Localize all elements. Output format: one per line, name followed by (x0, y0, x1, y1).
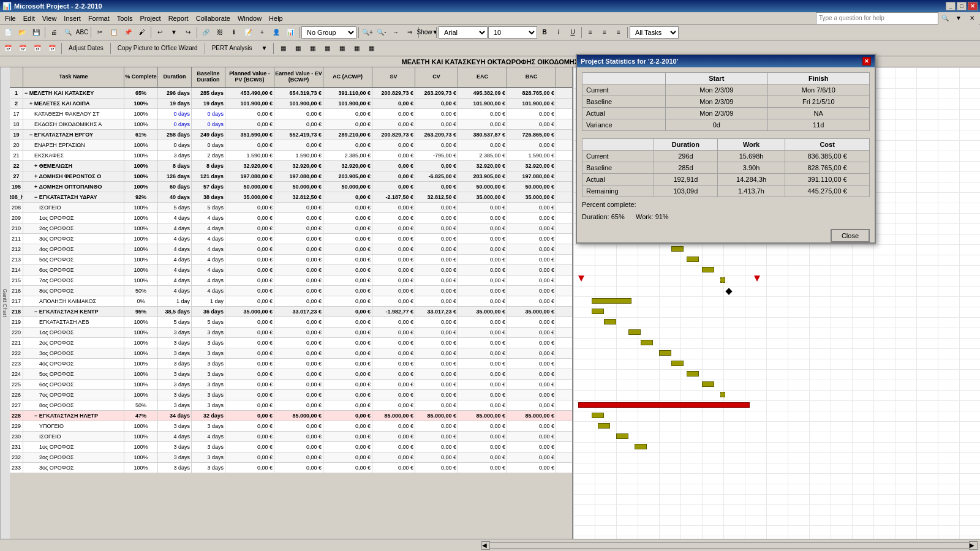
show-dropdown[interactable]: Show▼ (421, 26, 434, 39)
table-row[interactable]: 220 1ος ΟΡΟΦΟΣ 100% 3 days 3 days 0,00 €… (10, 328, 572, 338)
spell-check-button[interactable]: ABC (75, 26, 89, 39)
menu-view[interactable]: View (39, 13, 61, 23)
menu-project[interactable]: Project (136, 13, 164, 23)
menu-file[interactable]: File (1, 13, 20, 23)
tb2-grid3[interactable]: ▦ (306, 42, 319, 54)
go-to-task[interactable]: → (389, 26, 402, 39)
scrollbar-right[interactable]: ▶ (969, 541, 978, 550)
undo-button[interactable]: ↩ (153, 26, 167, 39)
table-row[interactable]: 195 + ΔΟΜΗΣΗ ΟΠΤΟΠΛΙΝΘΟ 100% 60 days 57 … (10, 182, 572, 192)
menu-window[interactable]: Window (234, 13, 265, 23)
scrollbar-left[interactable]: ◀ (481, 541, 490, 550)
pert-dropdown[interactable]: ▼ (257, 42, 271, 54)
table-row[interactable]: 219 ΕΓΚΑΤΑΣΤΑΣΗ ΛΕΒ 100% 5 days 5 days 0… (10, 317, 572, 328)
table-row[interactable]: 228 − ΕΓΚΑΤΑΣΤΑΣΗ ΗΛΕΤΡ 47% 34 days 32 d… (10, 411, 572, 421)
tb2-grid4[interactable]: ▦ (320, 42, 334, 54)
table-row[interactable]: 212 4ος ΟΡΟΦΟΣ 100% 4 days 4 days 0,00 €… (10, 244, 572, 255)
table-row[interactable]: 21 ΕΚΣΚΑΦΕΣ 100% 3 days 2 days 1.590,00 … (10, 151, 572, 161)
toolbar-close[interactable]: ✕ (965, 12, 979, 24)
new-button[interactable]: 📄 (1, 26, 15, 39)
table-row[interactable]: 208 ΙΣΟΓΕΙΟ 100% 5 days 5 days 0,00 € 0,… (10, 203, 572, 213)
table-row[interactable]: 223 4ος ΟΡΟΦΟΣ 100% 3 days 3 days 0,00 €… (10, 359, 572, 369)
all-tasks-dropdown[interactable]: All Tasks (630, 26, 679, 39)
table-row[interactable]: 210 2ος ΟΡΟΦΟΣ 100% 4 days 4 days 0,00 €… (10, 223, 572, 234)
table-row[interactable]: 2 + ΜΕΛΕΤΕΣ ΚΑΙ ΛΟΙΠΑ 100% 19 days 19 da… (10, 99, 572, 109)
table-row[interactable]: 232 2ος ΟΡΟΦΟΣ 100% 3 days 3 days 0,00 €… (10, 452, 572, 463)
table-row[interactable]: 224 5ος ΟΡΟΦΟΣ 100% 3 days 3 days 0,00 €… (10, 369, 572, 380)
pert-analysis-button[interactable]: PERT Analysis (208, 42, 257, 54)
italic-button[interactable]: I (552, 26, 565, 39)
link-button[interactable]: 🔗 (199, 26, 213, 39)
bold-button[interactable]: B (538, 26, 551, 39)
no-group-dropdown[interactable]: No Group (301, 26, 356, 39)
add-subproject[interactable]: + (255, 26, 269, 39)
table-row[interactable]: 20 ΕΝΑΡΞΗ ΕΡΓΑΣΙΩΝ 100% 0 days 0 days 0,… (10, 140, 572, 151)
table-row[interactable]: 225 6ος ΟΡΟΦΟΣ 100% 3 days 3 days 0,00 €… (10, 380, 572, 390)
copy-picture-button[interactable]: Copy Picture to Office Wizard (113, 42, 202, 54)
table-row[interactable]: 27 + ΔΟΜΗΣΗ ΦΕΡΟΝΤΟΣ Ο 100% 126 days 121… (10, 171, 572, 182)
menu-format[interactable]: Format (85, 13, 113, 23)
table-row[interactable]: 22 + ΘΕΜΕΛΙΩΣΗ 100% 8 days 8 days 32.920… (10, 161, 572, 171)
window-controls[interactable]: _ □ ✕ (946, 2, 978, 10)
table-row[interactable]: 222 3ος ΟΡΟΦΟΣ 100% 3 days 3 days 0,00 €… (10, 348, 572, 359)
paste-button[interactable]: 📌 (121, 26, 135, 39)
table-row[interactable]: 226 7ος ΟΡΟΦΟΣ 100% 3 days 3 days 0,00 €… (10, 390, 572, 400)
tb2-grid2[interactable]: ▦ (291, 42, 304, 54)
table-row[interactable]: 221 2ος ΟΡΟΦΟΣ 100% 3 days 3 days 0,00 €… (10, 338, 572, 348)
table-row[interactable]: 1 − ΜΕΛΕΤΗ ΚΑΙ ΚΑΤΑΣΚΕΥ 65% 296 days 285… (10, 88, 572, 99)
table-row[interactable]: 213 5ος ΟΡΟΦΟΣ 100% 4 days 4 days 0,00 €… (10, 255, 572, 265)
open-button[interactable]: 📂 (15, 26, 29, 39)
tb2-btn1[interactable]: 📅 (1, 42, 15, 54)
table-row[interactable]: 214 6ος ΟΡΟΦΟΣ 100% 4 days 4 days 0,00 €… (10, 265, 572, 276)
underline-button[interactable]: U (566, 26, 579, 39)
tb2-grid1[interactable]: ▦ (276, 42, 290, 54)
zoom-in[interactable]: 🔍+ (361, 26, 374, 39)
table-row[interactable]: 19 − ΕΓΚΑΤΑΣΤΑΣΗ ΕΡΓΟΥ 61% 258 days 249 … (10, 130, 572, 140)
close-button[interactable]: ✕ (968, 2, 978, 10)
minimize-button[interactable]: _ (946, 2, 956, 10)
menu-insert[interactable]: Insert (60, 13, 85, 23)
tb2-grid7[interactable]: ▦ (364, 42, 378, 54)
resource-graph[interactable]: 📊 (284, 26, 297, 39)
table-row[interactable]: 233 3ος ΟΡΟΦΟΣ 100% 3 days 3 days 0,00 €… (10, 463, 572, 473)
table-row[interactable]: 18 ΕΚΔΟΣΗ ΟΙΚΟΔΟΜΙΚΗΣ Α 100% 0 days 0 da… (10, 119, 572, 130)
table-row[interactable]: 227 8ος ΟΡΟΦΟΣ 50% 3 days 3 days 0,00 € … (10, 400, 572, 411)
table-row[interactable]: 208_h − ΕΓΚΑΤΑΣΤΑΣΗ ΥΔΡΑΥ 92% 40 days 38… (10, 192, 572, 203)
align-left[interactable]: ≡ (584, 26, 597, 39)
adjust-dates-button[interactable]: Adjust Dates (64, 42, 108, 54)
copy-button[interactable]: 📋 (107, 26, 121, 39)
table-row[interactable]: 216 8ος ΟΡΟΦΟΣ 50% 4 days 4 days 0,00 € … (10, 286, 572, 296)
tb2-grid5[interactable]: ▦ (335, 42, 349, 54)
table-row[interactable]: 217 ΑΠΟΛΗΞΗ ΚΛΙΜΑΚΟΣ 0% 1 day 1 day 0,00… (10, 296, 572, 307)
font-dropdown[interactable]: Arial (439, 26, 488, 39)
zoom-out[interactable]: 🔍- (375, 26, 388, 39)
menu-tools[interactable]: Tools (113, 13, 137, 23)
tb2-grid6[interactable]: ▦ (350, 42, 363, 54)
save-button[interactable]: 💾 (29, 26, 43, 39)
table-row[interactable]: 231 1ος ΟΡΟΦΟΣ 100% 3 days 3 days 0,00 €… (10, 442, 572, 452)
table-row[interactable]: 230 ΙΣΟΓΕΙΟ 100% 4 days 4 days 0,00 € 0,… (10, 432, 572, 442)
project-statistics-dialog[interactable]: Project Statistics for '2-2-2010' ✕ Star… (576, 54, 876, 244)
help-search[interactable] (816, 12, 938, 24)
maximize-button[interactable]: □ (957, 2, 967, 10)
tb2-btn2[interactable]: 📅 (16, 42, 29, 54)
print-button[interactable]: 🖨 (47, 26, 61, 39)
notes-button[interactable]: 📝 (241, 26, 255, 39)
menu-report[interactable]: Report (165, 13, 192, 23)
menu-edit[interactable]: Edit (20, 13, 39, 23)
table-row[interactable]: 209 1ος ΟΡΟΦΟΣ 100% 4 days 4 days 0,00 €… (10, 213, 572, 223)
table-row[interactable]: 211 3ος ΟΡΟΦΟΣ 100% 4 days 4 days 0,00 €… (10, 234, 572, 244)
table-row[interactable]: 229 ΥΠΟΓΕΙΟ 100% 3 days 3 days 0,00 € 0,… (10, 421, 572, 432)
unlink-button[interactable]: ⛓ (213, 26, 227, 39)
redo-button[interactable]: ↪ (181, 26, 195, 39)
format-painter[interactable]: 🖌 (135, 26, 149, 39)
table-row[interactable]: 218 − ΕΓΚΑΤΑΣΤΑΣΗ ΚΕΝΤΡ 95% 38,5 days 36… (10, 307, 572, 317)
close-button[interactable]: Close (831, 229, 870, 242)
undo-dropdown[interactable]: ▼ (167, 26, 181, 39)
table-row[interactable]: 215 7ος ΟΡΟΦΟΣ 100% 4 days 4 days 0,00 €… (10, 276, 572, 286)
tb2-btn3[interactable]: 📅 (31, 42, 44, 54)
menu-help[interactable]: Help (265, 13, 287, 23)
task-info[interactable]: ℹ (227, 26, 241, 39)
align-right[interactable]: ≡ (612, 26, 625, 39)
cut-button[interactable]: ✂ (93, 26, 107, 39)
